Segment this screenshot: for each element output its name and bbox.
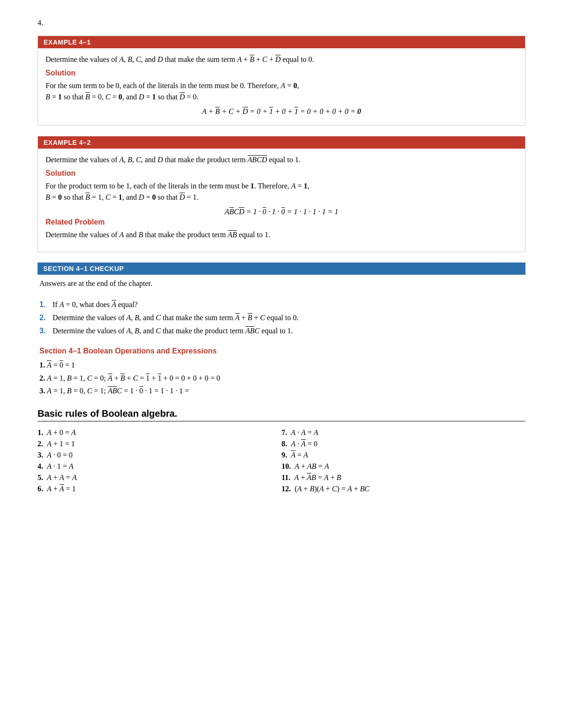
rule-8-right: 8. A · A = 0: [282, 438, 525, 450]
example-4-1-body: Determine the values of A, B, C, and D t…: [38, 48, 525, 125]
answer-3: 3. A = 1, B = 0, C = 1; ABC = 1 · 0 · 1 …: [39, 385, 524, 397]
rules-row-5: 5. A + A = A 11. A + AB = A + B: [38, 472, 525, 483]
rules-row-2: 2. A + 1 = 1 8. A · A = 0: [38, 438, 525, 450]
rule-6-left: 6. A + A = 1: [38, 483, 282, 495]
checkup-number-3: 3.: [39, 325, 51, 337]
example-4-2-problem: Determine the values of A, B, C, and D t…: [46, 154, 517, 165]
rules-row-3: 3. A · 0 = 0 9. A = A: [38, 450, 525, 461]
rule-5-left: 5. A + A = A: [38, 472, 282, 483]
example-4-1-box: EXAMPLE 4–1 Determine the values of A, B…: [38, 36, 525, 126]
rules-row-6: 6. A + A = 1 12. (A + B)(A + C) = A + BC: [38, 483, 525, 495]
example-4-1-solution: For the sum term to be 0, each of the li…: [46, 80, 517, 103]
checkup-item-1: 1. If A = 0, what does A equal?: [39, 299, 524, 310]
rule-10-right: 10. A + AB = A: [282, 461, 525, 472]
basic-rules-heading: Basic rules of Boolean algebra.: [38, 408, 525, 419]
example-4-1-solution-label: Solution: [46, 69, 517, 77]
basic-rules-divider: [38, 421, 525, 421]
checkup-text-1: If A = 0, what does A equal?: [53, 299, 137, 310]
section-checkup: SECTION 4–1 CHECKUP Answers are at the e…: [38, 263, 525, 337]
rule-7-right: 7. A · A = A: [282, 427, 525, 438]
related-problem-text: Determine the values of A and B that mak…: [46, 229, 517, 240]
rule-11-right: 11. A + AB = A + B: [282, 472, 525, 483]
answer-2: 2. A = 1, B = 1, C = 0; A + B + C = 1 + …: [39, 372, 524, 384]
example-4-2-solution: For the product term to be 1, each of th…: [46, 180, 517, 203]
checkup-item-3: 3. Determine the values of A, B, and C t…: [39, 325, 524, 337]
example-4-2-math: ABCD = 1 · 0 · 1 · 0 = 1 · 1 · 1 · 1 = 1: [46, 208, 517, 216]
checkup-number-1: 1.: [39, 299, 51, 310]
rule-9-right: 9. A = A: [282, 450, 525, 461]
section-checkup-header: SECTION 4–1 CHECKUP: [38, 263, 525, 275]
checkup-number-2: 2.: [39, 312, 51, 323]
example-4-2-body: Determine the values of A, B, C, and D t…: [38, 149, 525, 252]
rules-table: 1. A + 0 = A 7. A · A = A 2. A + 1 = 1 8…: [38, 427, 525, 495]
example-4-2-solution-label: Solution: [46, 169, 517, 178]
rule-12-right: 12. (A + B)(A + C) = A + BC: [282, 483, 525, 495]
page-number: 4.: [38, 19, 525, 27]
related-problem-label: Related Problem: [46, 218, 517, 226]
rule-4-left: 4. A · 1 = A: [38, 461, 282, 472]
example-4-2-box: EXAMPLE 4–2 Determine the values of A, B…: [38, 136, 525, 252]
example-4-1-math: A + B + C + D = 0 + 1 + 0 + 1 = 0 + 0 + …: [46, 107, 517, 116]
section-answers-header: Section 4–1 Boolean Operations and Expre…: [39, 347, 524, 355]
rule-1-left: 1. A + 0 = A: [38, 427, 282, 438]
checkup-text-2: Determine the values of A, B, and C that…: [53, 312, 298, 323]
basic-rules-section: Basic rules of Boolean algebra. 1. A + 0…: [38, 408, 525, 495]
answers-section: Section 4–1 Boolean Operations and Expre…: [38, 347, 525, 397]
rules-row-4: 4. A · 1 = A 10. A + AB = A: [38, 461, 525, 472]
checkup-item-2: 2. Determine the values of A, B, and C t…: [39, 312, 524, 323]
example-4-2-header: EXAMPLE 4–2: [38, 136, 525, 149]
section-checkup-body: Answers are at the end of the chapter. 1…: [38, 279, 525, 337]
example-4-1-header: EXAMPLE 4–1: [38, 36, 525, 48]
rules-row-1: 1. A + 0 = A 7. A · A = A: [38, 427, 525, 438]
rule-3-left: 3. A · 0 = 0: [38, 450, 282, 461]
answer-1: 1. A = 0 = 1: [39, 359, 524, 371]
checkup-text-3: Determine the values of A, B, and C that…: [53, 325, 293, 337]
example-4-1-problem: Determine the values of A, B, C, and D t…: [46, 54, 517, 65]
checkup-intro: Answers are at the end of the chapter.: [39, 279, 524, 288]
rule-2-left: 2. A + 1 = 1: [38, 438, 282, 450]
